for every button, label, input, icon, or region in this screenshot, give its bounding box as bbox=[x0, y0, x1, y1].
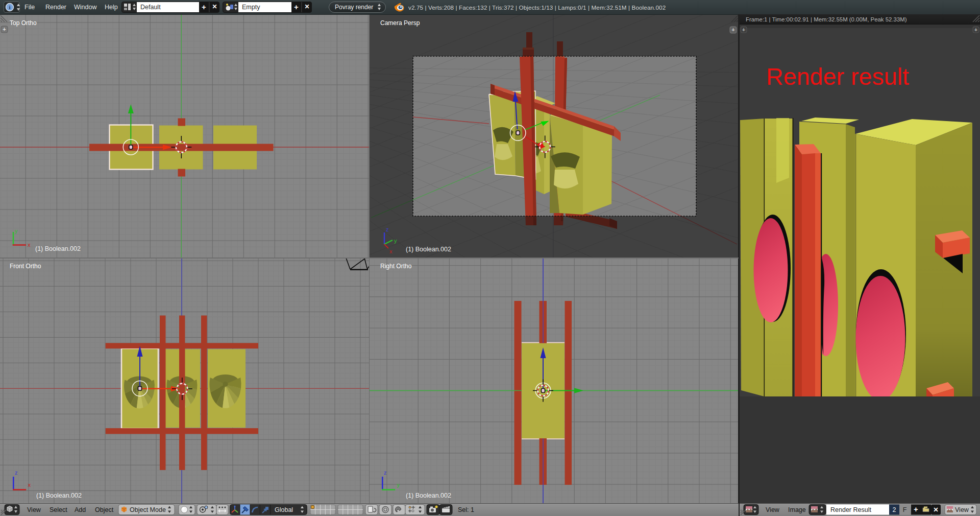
svg-text:Global: Global bbox=[275, 506, 293, 513]
svg-text:Right Ortho: Right Ortho bbox=[380, 263, 412, 270]
svg-text:Add: Add bbox=[75, 506, 86, 513]
svg-text:z: z bbox=[15, 470, 18, 476]
svg-text:+: + bbox=[742, 27, 745, 33]
svg-text:x: x bbox=[28, 482, 31, 488]
svg-text:+: + bbox=[914, 505, 918, 513]
svg-text:x: x bbox=[389, 248, 393, 254]
svg-text:Front Ortho: Front Ortho bbox=[10, 263, 41, 270]
svg-text:2: 2 bbox=[893, 506, 896, 513]
svg-text:+: + bbox=[974, 27, 977, 33]
svg-text:(1) Boolean.002: (1) Boolean.002 bbox=[406, 246, 451, 253]
svg-text:z: z bbox=[386, 226, 389, 232]
svg-text:y: y bbox=[15, 228, 18, 234]
svg-text:Object: Object bbox=[95, 506, 114, 513]
svg-text:i: i bbox=[9, 4, 10, 10]
svg-text:Render Result: Render Result bbox=[830, 506, 871, 513]
svg-text:(1) Boolean.002: (1) Boolean.002 bbox=[406, 492, 451, 499]
svg-text:Camera Persp: Camera Persp bbox=[380, 19, 420, 27]
svg-text:View: View bbox=[955, 506, 969, 513]
svg-text:Image: Image bbox=[788, 506, 806, 513]
svg-text:y: y bbox=[397, 482, 400, 488]
svg-text:Render result: Render result bbox=[766, 63, 909, 90]
svg-text:z: z bbox=[384, 470, 387, 476]
svg-text:View: View bbox=[766, 506, 780, 513]
svg-text:✕: ✕ bbox=[933, 506, 938, 513]
svg-text:Sel: 1: Sel: 1 bbox=[458, 506, 474, 513]
svg-text:+: + bbox=[3, 26, 6, 32]
svg-text:(1) Boolean.002: (1) Boolean.002 bbox=[35, 245, 81, 252]
svg-text:View: View bbox=[27, 506, 41, 513]
svg-text:x: x bbox=[28, 242, 31, 248]
svg-text:F: F bbox=[903, 506, 907, 513]
svg-text:Object Mode: Object Mode bbox=[130, 506, 166, 513]
svg-text:Top Ortho: Top Ortho bbox=[10, 19, 37, 27]
svg-text:(1) Boolean.002: (1) Boolean.002 bbox=[36, 492, 82, 499]
svg-text:Select: Select bbox=[50, 506, 67, 513]
svg-text:y: y bbox=[394, 238, 397, 244]
svg-text:+: + bbox=[731, 27, 734, 33]
